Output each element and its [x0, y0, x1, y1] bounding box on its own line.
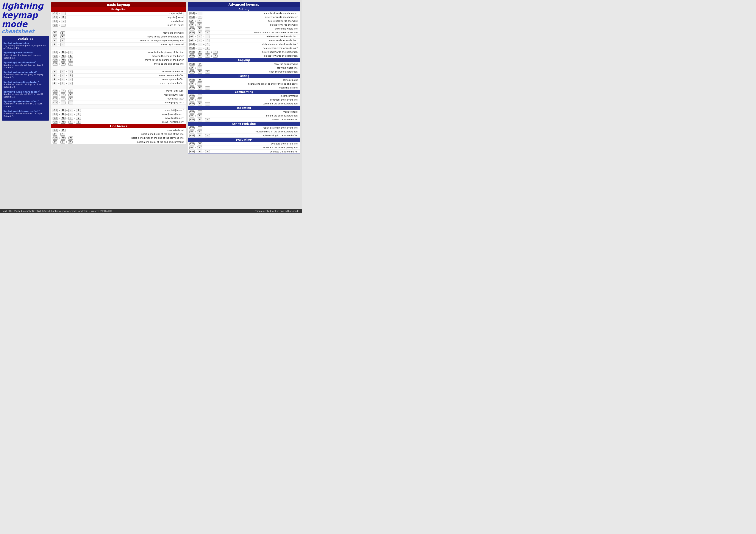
nav-row-18: Ctrl + ⇧ + L move [up] fast2 [51, 97, 186, 101]
nav-spacer-3 [51, 66, 186, 70]
nav-desc-0: maps to [left] [78, 12, 184, 15]
var-item-0: lightning-toggle-key Key binding switchi… [3, 42, 47, 50]
nav-spacer-4 [51, 85, 186, 89]
string-replacing-title: String replacing [188, 122, 300, 126]
var-item-1: lightning-basic-keymap If non-nil only t… [3, 51, 47, 59]
cut-row-8: Ctrl + ⇧ + ' delete characters backwards… [188, 42, 300, 46]
nav-row-9: Ctrl + Alt + K move to the end of the bu… [51, 54, 186, 58]
indenting-title: Indenting [188, 106, 300, 110]
cut-row-11: Ctrl + Alt + ⇧ + ? delete forwards one p… [188, 54, 300, 58]
copy-row-2: Ctrl + Alt + P copy the whole paragraph [188, 70, 300, 74]
cut-row-10: Ctrl + Alt + ⇧ + ' delete backwards one … [188, 50, 300, 54]
nav-spacer-2 [51, 46, 186, 50]
nav-row-14: Alt + ⇧ + L move up one buffer [51, 78, 186, 81]
nav-row-15: Alt + ⇧ + ; move right one buffer [51, 81, 186, 85]
nav-row-22: Ctrl + Alt + ⇧ + L move [up] faster4 [51, 116, 186, 120]
footer-left: Visit https://github.com/theGreatWhiteSh… [3, 210, 113, 212]
indent-row-2: Ctrl + Alt + I indent the whole buffer [188, 118, 300, 122]
indent-row-0: Ctrl + I maps to [tab] [188, 110, 300, 114]
var-name-2: lightning-jump-lines-fast1 [3, 61, 47, 64]
cut-row-1: Ctrl + ? delete forwards one character [188, 15, 300, 19]
main-content: lightning keymap mode cheatsheet Variabl… [0, 0, 302, 209]
nav-row-6: Alt + L move of the beginning of the par… [51, 39, 186, 43]
middle-panel: Basic keymap Navigation Ctrl + J maps to… [51, 2, 186, 207]
commenting-title: Commenting [188, 90, 300, 94]
var-name-5: lightning-jump-chars-faster4 [3, 90, 47, 93]
nav-row-17: Ctrl + ⇧ + K move [down] fast2 [51, 93, 186, 97]
advanced-keymap-box: Advanced keymap Cutting Ctrl + ' delete … [188, 2, 300, 154]
title-line3: mode [2, 20, 49, 29]
page: lightning keymap mode cheatsheet Variabl… [0, 0, 302, 213]
nav-row-8: Ctrl + Alt + J move to the beginning of … [51, 50, 186, 54]
nav-row-10: Ctrl + Alt + L move to the beginning of … [51, 58, 186, 62]
variables-box: Variables lightning-toggle-key Key bindi… [2, 36, 49, 121]
left-panel: lightning keymap mode cheatsheet Variabl… [2, 2, 49, 207]
cut-row-9: Ctrl + ⇧ + ? delete characters forwards … [188, 46, 300, 50]
indent-row-1: Alt + I indent the current paragraph [188, 114, 300, 118]
cutting-title: Cutting [188, 7, 300, 12]
nav-keys-1: Ctrl + K [53, 16, 78, 19]
paste-row-2: Ctrl + Alt + O open the kill-ring [188, 86, 300, 90]
nav-row-12: Alt + ⇧ + J move left one buffer [51, 70, 186, 74]
nav-row-3: Ctrl + ; maps to [right] [51, 23, 186, 27]
comment-row-2: Ctrl + Alt + ' comment the current parag… [188, 102, 300, 106]
nav-keys-0: Ctrl + J [53, 12, 78, 15]
var-desc-7: Number of lines to delete in C-S-layer. … [3, 113, 47, 118]
lb-row-3: Alt + ⇧ + M insert a line break at the e… [51, 140, 186, 144]
nav-row-19: Ctrl + ⇧ + ; move [right] fast1 [51, 101, 186, 105]
var-item-3: lightning-jump-chars-fast2 Number of tim… [3, 71, 47, 79]
footer: Visit https://github.com/theGreatWhiteSh… [0, 209, 302, 213]
lb-row-1: Alt + M insert a line break at the end o… [51, 132, 186, 136]
title-sub: cheatsheet [2, 29, 49, 34]
nav-spacer-1 [51, 27, 186, 31]
var-desc-3: Number of times to call [left] or [right… [3, 73, 47, 79]
navigation-title: Navigation [51, 7, 186, 12]
var-desc-6: Number of lines to delete in C-S-layer. … [3, 103, 47, 108]
nav-row-0: Ctrl + J maps to [left] [51, 12, 186, 15]
basic-keymap-box: Basic keymap Navigation Ctrl + J maps to… [51, 2, 186, 144]
title-block: lightning keymap mode cheatsheet [2, 2, 49, 35]
nav-row-1: Ctrl + K maps to [down] [51, 15, 186, 19]
var-name-1: lightning-basic-keymap [3, 51, 47, 54]
title-line1: lightning [2, 2, 49, 11]
title-line2: keymap [2, 11, 49, 20]
evaluating-title: Evaluating* [188, 138, 300, 142]
nav-spacer-5 [51, 105, 186, 109]
paste-row-0: Ctrl + O paste at point [188, 78, 300, 82]
var-name-0: lightning-toggle-key [3, 42, 47, 44]
var-item-4: lightning-jump-lines-faster3 Number of t… [3, 81, 47, 89]
var-name-3: lightning-jump-chars-fast2 [3, 71, 47, 73]
copy-row-0: Ctrl + P copy the current word [188, 62, 300, 66]
nav-row-5: Alt + K move to the end of the paragraph [51, 35, 186, 39]
var-desc-0: Key binding switching the keymap on and … [3, 44, 47, 50]
cut-row-4: Ctrl + Alt + ' delete the whole line [188, 27, 300, 31]
key-ctrl: Ctrl [53, 12, 58, 15]
nav-row-21: Ctrl + Alt + ⇧ + K move [down] faster4 [51, 113, 186, 116]
var-item-5: lightning-jump-chars-faster4 Number of t… [3, 90, 47, 98]
nav-row-23: Ctrl + Alt + ⇧ + ; move [right] faster3 [51, 120, 186, 124]
var-desc-2: Number of times to call [up] or [down]. … [3, 64, 47, 69]
basic-keymap-title: Basic keymap [51, 2, 186, 7]
nav-row-7: Alt + ; move right one word [51, 43, 186, 46]
nav-row-13: Alt + ⇧ + K move down one buffer [51, 74, 186, 78]
var-name-7: lightning-delete-words-fast6 [3, 110, 47, 113]
pasting-title: Pasting [188, 74, 300, 78]
cut-row-7: Alt + ⇧ + ? delete words forwards fast5 [188, 38, 300, 42]
strrepl-row-2: Ctrl + Alt + ↓ replace string in the who… [188, 134, 300, 138]
nav-row-16: Ctrl + ⇧ + J move [left] fast1 [51, 89, 186, 93]
var-item-6: lightning-delete-chars-fast5 Number of l… [3, 100, 47, 108]
copy-row-1: Alt + P copy the whole line [188, 66, 300, 70]
paste-row-1: Alt + O insert a line break at end of th… [188, 82, 300, 86]
nav-row-11: Ctrl + Alt + ; move to the end of the li… [51, 62, 186, 66]
right-panel: Advanced keymap Cutting Ctrl + ' delete … [188, 2, 300, 207]
var-item-2: lightning-jump-lines-fast1 Number of tim… [3, 61, 47, 69]
nav-row-4: Alt + J move left one word [51, 31, 186, 35]
cut-row-3: Alt + ? delete forwards one word [188, 23, 300, 27]
footer-right: *implemented for ESS and python-mode [256, 210, 299, 212]
lb-row-2: Ctrl + Alt + M insert a line break at th… [51, 136, 186, 140]
cut-row-5: Ctrl + Alt + ? delete forward the remain… [188, 31, 300, 35]
strrepl-row-1: Alt + ↓ replace string in the current pa… [188, 130, 300, 134]
comment-row-1: Alt + ' comment the current line [188, 98, 300, 102]
variables-title: Variables [3, 37, 47, 40]
comment-row-0: Ctrl + ' insert comment [188, 94, 300, 98]
